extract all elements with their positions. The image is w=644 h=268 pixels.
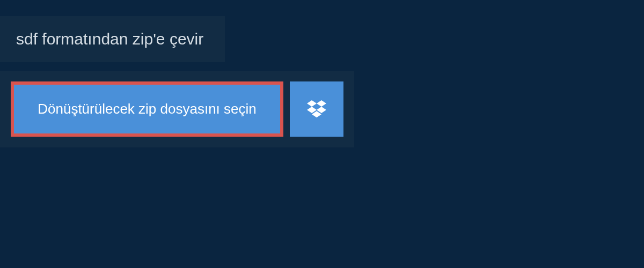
dropbox-icon (307, 99, 326, 120)
upload-panel: Dönüştürülecek zip dosyasını seçin (0, 71, 354, 147)
page-title: sdf formatından zip'e çevir (16, 30, 203, 48)
select-file-button[interactable]: Dönüştürülecek zip dosyasını seçin (11, 81, 283, 137)
select-file-label: Dönüştürülecek zip dosyasını seçin (38, 101, 257, 117)
dropbox-button[interactable] (290, 81, 343, 137)
page-title-tab: sdf formatından zip'e çevir (0, 16, 225, 62)
